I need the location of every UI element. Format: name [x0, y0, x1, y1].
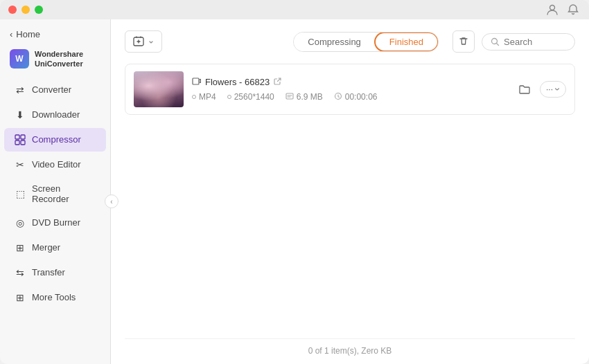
more-dots-icon: ···	[546, 84, 553, 94]
status-text: 0 of 1 item(s), Zero KB	[308, 346, 392, 356]
svg-rect-1	[15, 135, 19, 139]
toolbar-actions	[452, 30, 475, 53]
maximize-button[interactable]	[35, 6, 43, 14]
video-icon	[192, 77, 201, 88]
file-meta: MP4 2560*1440 6.9 MB	[192, 92, 507, 102]
file-list: Flowers - 66823 MP4 2	[125, 64, 575, 338]
compressor-label: Compressor	[32, 134, 81, 145]
search-icon	[491, 37, 500, 46]
meta-size: 6.9 MB	[285, 92, 323, 102]
file-name-row: Flowers - 66823	[192, 77, 507, 88]
svg-point-6	[492, 38, 498, 44]
tab-finished[interactable]: Finished	[374, 32, 439, 52]
sidebar: ‹ Home W Wondershare UniConverter ⇄ Conv…	[0, 19, 111, 364]
merger-icon: ⊞	[14, 242, 26, 254]
meta-resolution: 2560*1440	[227, 92, 274, 102]
sidebar-item-video-editor[interactable]: ✂ Video Editor	[4, 153, 106, 176]
video-editor-icon: ✂	[14, 158, 26, 171]
sidebar-item-more-tools[interactable]: ⊞ More Tools	[4, 286, 106, 309]
format-dot	[192, 95, 196, 99]
tab-compressing[interactable]: Compressing	[294, 33, 375, 51]
svg-rect-8	[286, 93, 293, 99]
sidebar-item-converter[interactable]: ⇄ Converter	[4, 78, 106, 102]
dvd-burner-label: DVD Burner	[32, 217, 80, 228]
open-folder-button[interactable]	[515, 80, 534, 99]
screen-recorder-icon: ⬚	[14, 188, 26, 200]
search-box[interactable]	[482, 33, 575, 51]
external-link-icon[interactable]	[274, 78, 281, 87]
resolution-dot	[227, 95, 231, 99]
file-name: Flowers - 66823	[205, 77, 270, 87]
brand-name: Wondershare UniConverter	[35, 49, 83, 69]
sidebar-item-transfer[interactable]: ⇆ Transfer	[4, 261, 106, 284]
svg-rect-7	[193, 78, 199, 84]
file-size: 6.9 MB	[297, 92, 323, 102]
table-row: Flowers - 66823 MP4 2	[125, 64, 575, 115]
close-button[interactable]	[8, 6, 17, 14]
compressor-icon	[14, 134, 26, 146]
meta-duration: 00:00:06	[334, 92, 378, 102]
video-editor-label: Video Editor	[32, 159, 81, 170]
file-thumbnail	[134, 71, 184, 107]
dvd-burner-icon: ◎	[14, 217, 26, 229]
file-format: MP4	[199, 92, 216, 102]
more-options-button[interactable]: ···	[540, 81, 566, 98]
sidebar-item-compressor[interactable]: Compressor	[4, 128, 106, 152]
transfer-icon: ⇆	[14, 266, 26, 279]
home-label: Home	[16, 29, 40, 39]
add-file-button[interactable]	[125, 30, 162, 53]
converter-icon: ⇄	[14, 84, 26, 96]
file-actions: ···	[515, 80, 566, 99]
svg-rect-3	[15, 140, 19, 145]
downloader-icon: ⬇	[14, 109, 26, 121]
sidebar-item-dvd-burner[interactable]: ◎ DVD Burner	[4, 211, 106, 235]
size-icon	[285, 92, 294, 102]
screen-recorder-label: Screen Recorder	[32, 183, 96, 204]
file-info: Flowers - 66823 MP4 2	[192, 77, 507, 102]
chevron-left-icon: ‹	[10, 29, 12, 39]
converter-label: Converter	[32, 84, 71, 95]
sidebar-item-merger[interactable]: ⊞ Merger	[4, 236, 106, 260]
file-duration: 00:00:06	[345, 92, 378, 102]
home-link[interactable]: ‹ Home	[0, 25, 110, 46]
more-tools-icon: ⊞	[14, 291, 26, 304]
delete-button[interactable]	[452, 30, 475, 53]
toolbar: Compressing Finished	[125, 30, 575, 53]
svg-rect-2	[21, 135, 25, 139]
sidebar-collapse-button[interactable]: ‹	[105, 194, 118, 208]
svg-rect-4	[21, 140, 25, 145]
user-icon[interactable]	[545, 2, 560, 17]
transfer-label: Transfer	[32, 267, 65, 277]
sidebar-item-downloader[interactable]: ⬇ Downloader	[4, 103, 106, 127]
tab-group: Compressing Finished	[293, 32, 439, 52]
status-bar: 0 of 1 item(s), Zero KB	[125, 338, 575, 356]
chevron-down-icon	[554, 87, 560, 92]
more-tools-label: More Tools	[32, 292, 76, 302]
search-input[interactable]	[504, 37, 566, 47]
clock-icon	[334, 92, 342, 102]
meta-format: MP4	[192, 92, 216, 102]
brand: W Wondershare UniConverter	[0, 46, 110, 78]
main-content: Compressing Finished	[111, 19, 589, 364]
brand-logo: W	[10, 49, 29, 69]
notification-icon[interactable]	[565, 2, 581, 17]
titlebar	[0, 0, 589, 19]
file-resolution: 2560*1440	[234, 92, 274, 102]
svg-point-0	[550, 6, 555, 10]
minimize-button[interactable]	[21, 6, 30, 14]
downloader-label: Downloader	[32, 109, 80, 120]
merger-label: Merger	[32, 242, 60, 253]
sidebar-item-screen-recorder[interactable]: ⬚ Screen Recorder	[4, 178, 106, 210]
